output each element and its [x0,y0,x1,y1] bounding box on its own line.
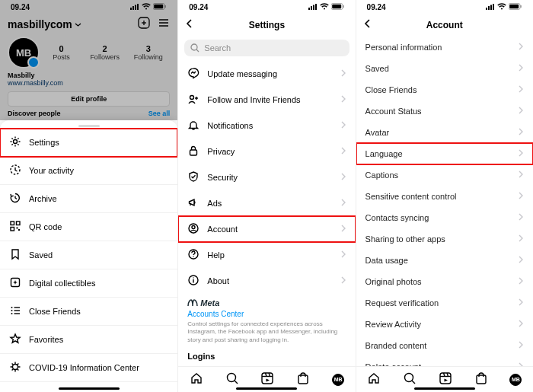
svg-rect-58 [493,4,494,10]
svg-point-21 [11,307,13,308]
settings-label: Update messaging [207,69,277,78]
svg-line-63 [412,381,415,384]
svg-point-13 [14,140,18,144]
create-icon[interactable] [138,17,150,32]
hamburger-icon[interactable] [158,17,170,32]
sheet-grabber[interactable] [78,125,100,127]
home-indicator[interactable] [59,387,120,390]
svg-rect-19 [18,229,20,231]
tab-shop[interactable] [296,371,310,388]
page-title: Account [356,20,533,30]
tab-home[interactable] [367,371,381,388]
settings-item-about[interactable]: About [178,268,355,294]
gear-icon [9,135,21,149]
stat-following[interactable]: 3Following [126,44,170,61]
menu-item-saved[interactable]: Saved [0,241,177,269]
tab-reels[interactable] [439,371,452,388]
settings-label: Privacy [207,147,235,156]
menu-label: Saved [29,250,53,260]
settings-item-ads[interactable]: Ads [178,190,355,216]
svg-rect-33 [332,4,341,8]
tab-profile[interactable]: MB [332,374,344,386]
home-indicator[interactable] [414,387,475,390]
menu-item-your-activity[interactable]: Your activity [0,157,177,185]
settings-item-follow-and-invite-friends[interactable]: Follow and Invite Friends [178,87,355,113]
tab-reels[interactable] [260,371,274,388]
menu-item-settings[interactable]: Settings [0,129,177,157]
account-item-saved[interactable]: Saved [356,58,533,79]
home-indicator[interactable] [236,387,297,390]
status-bar: 09.24 [178,0,355,14]
settings-item-notifications[interactable]: Notifications [178,113,355,139]
account-item-close-friends[interactable]: Close Friends [356,79,533,100]
account-item-account-status[interactable]: Account Status [356,100,533,122]
account-item-data-usage[interactable]: Data usage [356,250,533,271]
profile-header: masbillycom [8,17,170,32]
tab-shop[interactable] [474,371,488,388]
website-link[interactable]: www.masbilly.com [8,79,170,87]
settings-item-privacy[interactable]: Privacy [178,139,355,164]
wifi-icon [320,3,329,11]
avatar[interactable]: MB [8,37,40,69]
meta-description: Control settings for connected experienc… [187,320,346,344]
settings-label: Notifications [207,121,253,130]
account-label: Avatar [365,128,390,137]
account-item-review-activity[interactable]: Review Activity [356,314,533,335]
menu-item-favorites[interactable]: Favorites [0,326,177,354]
stat-followers[interactable]: 2Followers [83,44,126,61]
discover-label: Discover people [8,110,61,117]
tab-profile[interactable]: MB [509,374,522,386]
menu-item-covid-19-information-center[interactable]: COVID-19 Information Center [0,354,177,382]
account-item-language[interactable]: Language [356,143,533,164]
menu-item-close-friends[interactable]: Close Friends [0,298,177,326]
edit-profile-button[interactable]: Edit profile [8,91,170,107]
tab-search[interactable] [225,371,239,388]
account-item-original-photos[interactable]: Original photos [356,271,533,292]
settings-item-update-messaging[interactable]: Update messaging [178,61,355,87]
clock: 09.24 [367,3,386,11]
account-item-delete-account[interactable]: Delete account [356,356,533,366]
svg-rect-28 [308,8,310,10]
svg-rect-5 [154,4,163,8]
search-input[interactable]: Search [184,40,349,56]
account-item-sharing-to-other-apps[interactable]: Sharing to other apps [356,228,533,250]
svg-rect-61 [520,5,521,8]
account-label: Close Friends [365,85,417,94]
settings-item-security[interactable]: Security [178,164,355,190]
svg-rect-34 [343,5,343,8]
signal-icon [308,3,318,11]
back-button[interactable] [184,18,195,32]
chevron-right-icon [340,250,346,260]
see-all-link[interactable]: See all [148,110,171,117]
account-item-request-verification[interactable]: Request verification [356,292,533,314]
account-item-captions[interactable]: Captions [356,164,533,186]
account-item-avatar[interactable]: Avatar [356,122,533,143]
tab-search[interactable] [403,371,417,388]
invite-icon [187,93,199,107]
account-label: Personal information [365,43,442,52]
settings-label: Ads [207,199,222,208]
account-item-contacts-syncing[interactable]: Contacts syncing [356,207,533,228]
tab-home[interactable] [190,371,203,388]
chevron-right-icon [340,95,346,104]
svg-line-49 [235,381,238,384]
header: Account [356,14,533,37]
chevron-right-icon [340,173,346,182]
account-label: Language [365,149,403,158]
svg-rect-29 [311,6,312,10]
account-item-branded-content[interactable]: Branded content [356,335,533,356]
menu-item-qr-code[interactable]: QR code [0,213,177,241]
account-item-sensitive-content-control[interactable]: Sensitive content control [356,186,533,207]
chevron-right-icon [518,171,524,180]
svg-point-62 [404,373,413,381]
settings-item-help[interactable]: Help [178,242,355,268]
chevron-right-icon [340,147,346,156]
settings-item-account[interactable]: Account [178,216,355,242]
account-item-personal-information[interactable]: Personal information [356,37,533,58]
stat-posts[interactable]: 0Posts [40,44,83,61]
accounts-center-link[interactable]: Accounts Center [187,308,346,318]
back-button[interactable] [362,18,373,32]
menu-item-digital-collectibles[interactable]: Digital collectibles [0,269,177,298]
menu-item-archive[interactable]: Archive [0,185,177,213]
username-dropdown[interactable]: masbillycom [8,18,81,30]
